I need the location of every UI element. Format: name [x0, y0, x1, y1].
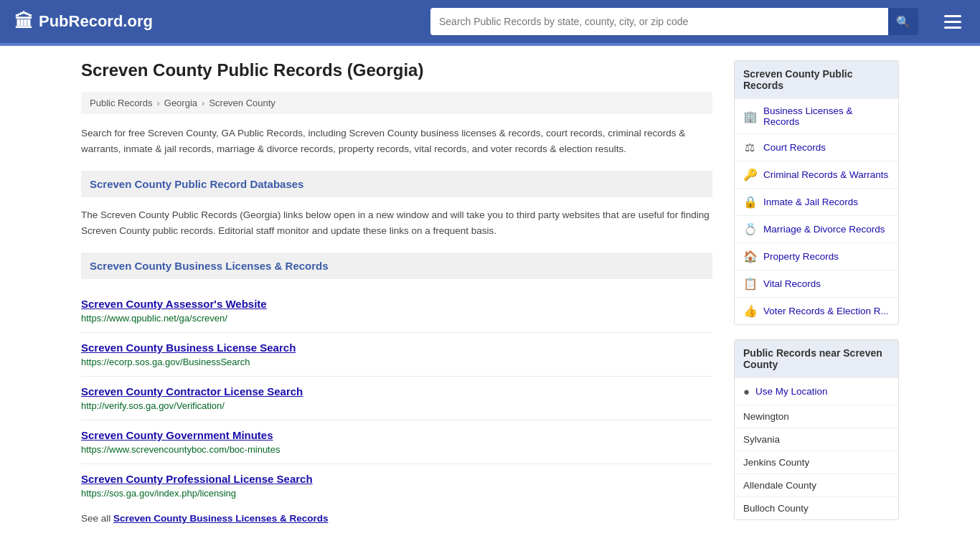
- record-item-url[interactable]: http://verify.sos.ga.gov/Verification/: [81, 400, 712, 411]
- record-item: Screven County Assessor's Website https:…: [81, 289, 712, 332]
- sidebar-public-records-title: Screven County Public Records: [735, 61, 898, 98]
- sidebar-item-3[interactable]: 🔒Inmate & Jail Records: [735, 188, 898, 215]
- record-item: Screven County Contractor License Search…: [81, 376, 712, 420]
- record-item: Screven County Professional License Sear…: [81, 463, 712, 507]
- nearby-list: NewingtonSylvaniaJenkins CountyAllendale…: [735, 405, 898, 519]
- sidebar-item-icon-1: ⚖: [743, 141, 756, 154]
- business-section-heading: Screven County Business Licenses & Recor…: [81, 253, 712, 279]
- sidebar-item-icon-0: 🏢: [743, 110, 756, 123]
- sidebar-item-label-3: Inmate & Jail Records: [763, 197, 858, 207]
- databases-heading: Screven County Public Record Databases: [81, 171, 712, 197]
- intro-text: Search for free Screven County, GA Publi…: [81, 126, 712, 156]
- location-icon: ●: [743, 385, 750, 397]
- nearby-list-item[interactable]: Newington: [735, 405, 898, 428]
- record-item: Screven County Government Minutes https:…: [81, 420, 712, 463]
- sidebar-item-label-5: Property Records: [763, 251, 839, 262]
- nearby-list-item[interactable]: Allendale County: [735, 474, 898, 496]
- sidebar-public-records-box: Screven County Public Records 🏢Business …: [734, 60, 899, 325]
- sidebar-item-icon-4: 💍: [743, 222, 756, 236]
- databases-body-text: The Screven County Public Records (Georg…: [81, 207, 712, 238]
- sidebar-item-label-7: Voter Records & Election R...: [763, 306, 889, 316]
- logo-text: PubRecord.org: [39, 12, 153, 31]
- menu-bar-2: [944, 21, 961, 23]
- menu-bar-3: [944, 27, 961, 29]
- record-item: Screven County Business License Search h…: [81, 332, 712, 376]
- record-item-title[interactable]: Screven County Assessor's Website: [81, 298, 267, 310]
- nearby-list-item[interactable]: Jenkins County: [735, 451, 898, 474]
- sidebar-item-label-2: Criminal Records & Warrants: [763, 169, 888, 180]
- page-title: Screven County Public Records (Georgia): [81, 60, 712, 80]
- record-item-url[interactable]: https://www.qpublic.net/ga/screven/: [81, 313, 712, 324]
- sidebar-item-2[interactable]: 🔑Criminal Records & Warrants: [735, 161, 898, 188]
- record-item-url[interactable]: https://ecorp.sos.ga.gov/BusinessSearch: [81, 357, 712, 367]
- breadcrumb-sep-1: ›: [156, 98, 159, 108]
- header: 🏛 PubRecord.org 🔍: [0, 0, 980, 43]
- site-logo[interactable]: 🏛 PubRecord.org: [14, 11, 153, 33]
- menu-button[interactable]: [940, 8, 966, 35]
- record-item-title[interactable]: Screven County Professional License Sear…: [81, 473, 313, 485]
- record-item-url[interactable]: https://sos.ga.gov/index.php/licensing: [81, 488, 712, 499]
- sidebar-item-4[interactable]: 💍Marriage & Divorce Records: [735, 215, 898, 242]
- page-wrapper: Screven County Public Records (Georgia) …: [67, 46, 913, 551]
- breadcrumb: Public Records › Georgia › Screven Count…: [81, 92, 712, 114]
- breadcrumb-item-georgia[interactable]: Georgia: [164, 98, 197, 108]
- sidebar-item-label-1: Court Records: [763, 142, 826, 153]
- sidebar-item-label-6: Vital Records: [763, 278, 821, 289]
- sidebar-item-icon-7: 👍: [743, 304, 756, 318]
- sidebar-item-label-0: Business Licenses & Records: [763, 105, 890, 127]
- record-item-title[interactable]: Screven County Contractor License Search: [81, 385, 303, 397]
- see-all-text: See all Screven County Business Licenses…: [81, 513, 712, 524]
- sidebar: Screven County Public Records 🏢Business …: [734, 60, 899, 524]
- nearby-list-item[interactable]: Sylvania: [735, 428, 898, 451]
- records-list: Screven County Assessor's Website https:…: [81, 289, 712, 507]
- nearby-list-item[interactable]: Bulloch County: [735, 496, 898, 519]
- use-location-button[interactable]: ● Use My Location: [735, 377, 898, 405]
- sidebar-item-icon-3: 🔒: [743, 195, 756, 209]
- logo-icon: 🏛: [14, 11, 33, 33]
- see-all-link[interactable]: Screven County Business Licenses & Recor…: [113, 513, 328, 524]
- menu-bar-1: [944, 15, 961, 17]
- sidebar-item-7[interactable]: 👍Voter Records & Election R...: [735, 297, 898, 324]
- search-wrapper: 🔍: [430, 8, 918, 35]
- use-location-label: Use My Location: [755, 386, 828, 397]
- record-item-title[interactable]: Screven County Government Minutes: [81, 429, 273, 441]
- sidebar-item-icon-2: 🔑: [743, 168, 756, 182]
- main-content: Screven County Public Records (Georgia) …: [81, 60, 712, 524]
- breadcrumb-item-public-records[interactable]: Public Records: [90, 98, 152, 108]
- sidebar-item-5[interactable]: 🏠Property Records: [735, 242, 898, 270]
- sidebar-nearby-title: Public Records near Screven County: [735, 340, 898, 377]
- sidebar-item-1[interactable]: ⚖Court Records: [735, 133, 898, 161]
- record-item-url[interactable]: https://www.screvencountyboc.com/boc-min…: [81, 444, 712, 455]
- search-button[interactable]: 🔍: [888, 8, 918, 35]
- sidebar-item-label-4: Marriage & Divorce Records: [763, 224, 885, 235]
- sidebar-item-icon-6: 📋: [743, 277, 756, 291]
- sidebar-item-6[interactable]: 📋Vital Records: [735, 270, 898, 297]
- search-input[interactable]: [430, 8, 888, 35]
- record-item-title[interactable]: Screven County Business License Search: [81, 342, 296, 354]
- sidebar-item-0[interactable]: 🏢Business Licenses & Records: [735, 98, 898, 133]
- breadcrumb-sep-2: ›: [202, 98, 204, 108]
- breadcrumb-item-county: Screven County: [209, 98, 275, 108]
- sidebar-item-icon-5: 🏠: [743, 250, 756, 263]
- search-icon: 🔍: [896, 15, 910, 29]
- sidebar-items-container: 🏢Business Licenses & Records⚖Court Recor…: [735, 98, 898, 324]
- sidebar-nearby-box: Public Records near Screven County ● Use…: [734, 339, 899, 520]
